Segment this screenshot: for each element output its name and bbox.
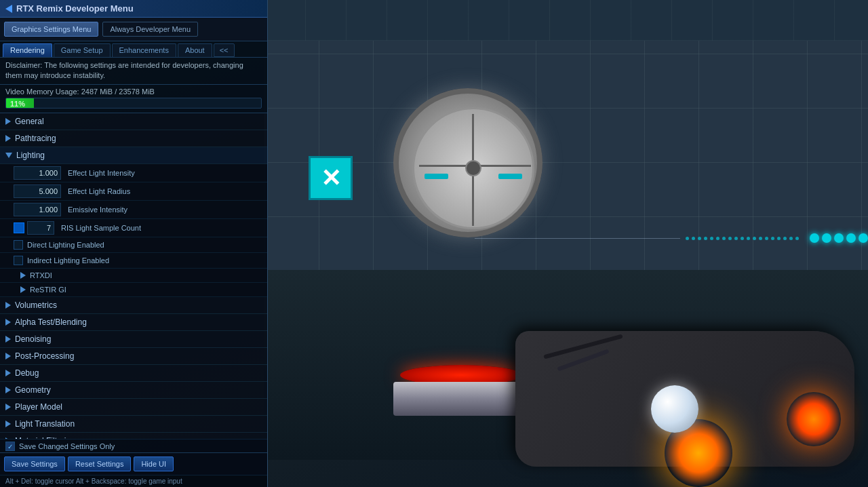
developer-menu-panel: RTX Remix Developer Menu Graphics Settin… — [0, 0, 268, 487]
lighting-row-ris-count: RIS Light Sample Count — [0, 219, 267, 237]
section-pathtracing-label: Pathtracing — [15, 134, 56, 143]
restir-gi-label: ReSTIR GI — [30, 286, 66, 294]
lighting-items: Effect Light Intensity Effect Light Radi… — [0, 164, 267, 297]
memory-label: Video Memory Usage: 2487 MiB / 23578 MiB — [5, 87, 262, 96]
memory-bar: 11% — [5, 98, 262, 109]
hide-ui-button[interactable]: Hide UI — [134, 456, 174, 471]
effect-light-radius-label: Effect Light Radius — [68, 187, 262, 195]
section-volumetrics[interactable]: Volumetrics — [0, 297, 267, 314]
section-post-processing[interactable]: Post-Processing — [0, 348, 267, 365]
triangle-right-icon — [5, 370, 11, 376]
lighting-row-emissive-intensity: Emissive Intensity — [0, 201, 267, 219]
x-sign: ✕ — [309, 156, 353, 200]
effect-light-intensity-input[interactable] — [14, 166, 61, 180]
tab-rendering[interactable]: Rendering — [3, 43, 52, 57]
section-lighting[interactable]: Lighting — [0, 147, 267, 164]
tab-enhancements[interactable]: Enhancements — [112, 43, 176, 57]
section-material-filtering[interactable]: Material Filtering — [0, 433, 267, 439]
section-alpha-blending[interactable]: Alpha Test/Blending — [0, 314, 267, 331]
disclaimer-text: Disclaimer: The following settings are i… — [0, 58, 267, 85]
save-settings-button[interactable]: Save Settings — [4, 456, 65, 471]
section-post-processing-label: Post-Processing — [15, 351, 74, 361]
triangle-down-icon — [5, 153, 12, 158]
portal-gun — [461, 250, 868, 487]
triangle-right-icon — [5, 387, 11, 393]
direct-lighting-row[interactable]: Direct Lighting Enabled — [0, 237, 267, 253]
lighting-row-effect-radius: Effect Light Radius — [0, 182, 267, 201]
emissive-intensity-label: Emissive Intensity — [68, 206, 262, 214]
dots-line — [475, 236, 868, 240]
portal-circle — [393, 88, 542, 237]
section-alpha-blending-label: Alpha Test/Blending — [15, 317, 87, 327]
section-lighting-label: Lighting — [16, 151, 45, 160]
ris-slider[interactable] — [14, 222, 24, 233]
triangle-right-icon — [5, 302, 11, 309]
ris-count-input[interactable] — [27, 221, 54, 235]
triangle-right-icon — [5, 135, 11, 142]
effect-light-intensity-label: Effect Light Intensity — [68, 169, 262, 177]
tab-back-arrow[interactable]: << — [214, 43, 235, 57]
section-volumetrics-label: Volumetrics — [15, 300, 57, 310]
section-debug[interactable]: Debug — [0, 365, 267, 382]
settings-list[interactable]: General Pathtracing Lighting Effect Ligh… — [0, 113, 267, 439]
triangle-right-icon — [5, 336, 11, 343]
always-developer-button[interactable]: Always Developer Menu — [102, 22, 198, 37]
section-general-label: General — [15, 117, 44, 126]
section-geometry[interactable]: Geometry — [0, 382, 267, 399]
reset-settings-button[interactable]: Reset Settings — [68, 456, 132, 471]
ris-count-label: RIS Light Sample Count — [61, 224, 262, 232]
triangle-right-icon — [20, 272, 26, 279]
direct-lighting-label: Direct Lighting Enabled — [27, 241, 104, 249]
section-geometry-label: Geometry — [15, 385, 51, 395]
triangle-right-icon — [5, 421, 11, 427]
section-player-model[interactable]: Player Model — [0, 399, 267, 416]
triangle-right-icon — [5, 404, 11, 410]
section-debug-label: Debug — [15, 368, 39, 378]
top-buttons-area: Graphics Settings Menu Always Developer … — [0, 18, 267, 41]
section-light-translation-label: Light Translation — [15, 419, 75, 429]
triangle-right-icon — [20, 286, 26, 293]
title-bar: RTX Remix Developer Menu — [0, 0, 267, 18]
effect-light-radius-input[interactable] — [14, 184, 61, 198]
emissive-intensity-input[interactable] — [14, 203, 61, 216]
direct-lighting-checkbox[interactable] — [14, 240, 23, 250]
section-rtxdi[interactable]: RTXDI — [0, 269, 267, 283]
section-light-translation[interactable]: Light Translation — [0, 416, 267, 433]
section-player-model-label: Player Model — [15, 402, 62, 412]
save-changed-checkbox[interactable] — [5, 442, 15, 451]
section-denoising-label: Denoising — [15, 334, 51, 344]
graphics-settings-button[interactable]: Graphics Settings Menu — [4, 22, 98, 37]
save-changed-label: Save Changed Settings Only — [19, 442, 115, 450]
section-restir-gi[interactable]: ReSTIR GI — [0, 283, 267, 297]
title-triangle-icon — [5, 5, 12, 13]
hotkey-hint: Alt + Del: toggle cursor Alt + Backspace… — [0, 475, 267, 487]
tab-game-setup[interactable]: Game Setup — [54, 43, 111, 57]
bottom-buttons: Save Settings Reset Settings Hide UI — [0, 452, 267, 475]
section-pathtracing[interactable]: Pathtracing — [0, 130, 267, 147]
memory-section: Video Memory Usage: 2487 MiB / 23578 MiB… — [0, 85, 267, 113]
triangle-right-icon — [5, 118, 11, 125]
lighting-row-effect-intensity: Effect Light Intensity — [0, 164, 267, 182]
tabs-bar: Rendering Game Setup Enhancements About … — [0, 41, 267, 58]
section-denoising[interactable]: Denoising — [0, 331, 267, 348]
section-general[interactable]: General — [0, 113, 267, 130]
rtxdi-label: RTXDI — [30, 271, 52, 279]
triangle-right-icon — [5, 319, 11, 326]
indirect-lighting-row[interactable]: Indirect Lighting Enabled — [0, 253, 267, 269]
panel-title: RTX Remix Developer Menu — [16, 3, 134, 14]
tab-about[interactable]: About — [178, 43, 212, 57]
triangle-right-icon — [5, 353, 11, 359]
memory-percent: 11% — [10, 98, 25, 109]
indirect-lighting-label: Indirect Lighting Enabled — [27, 256, 109, 265]
save-changed-row[interactable]: Save Changed Settings Only — [0, 439, 267, 452]
indirect-lighting-checkbox[interactable] — [14, 256, 23, 265]
